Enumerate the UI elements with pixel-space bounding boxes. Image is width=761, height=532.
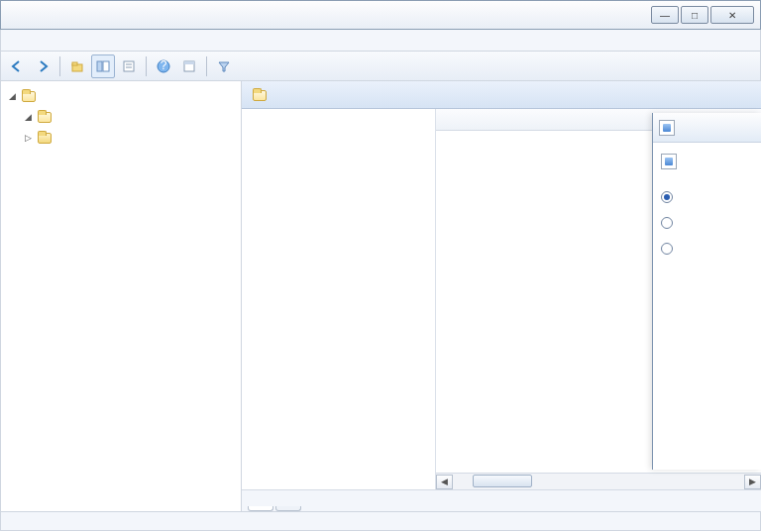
folder-icon (37, 131, 53, 145)
maximize-button[interactable]: □ (681, 6, 708, 24)
help-button[interactable]: ? (152, 54, 175, 78)
collapse-icon[interactable]: ◢ (23, 111, 34, 122)
close-button[interactable]: ✕ (710, 6, 754, 24)
folder-open-icon (252, 88, 268, 102)
titlebar: — □ ✕ (0, 0, 761, 30)
forward-button[interactable] (31, 54, 54, 78)
svg-text:?: ? (161, 59, 167, 72)
toolbar: ? (0, 52, 761, 81)
minimize-button[interactable]: — (651, 6, 679, 24)
tree-root[interactable]: ◢ (7, 85, 241, 106)
show-hide-tree-button[interactable] (91, 54, 115, 78)
svg-rect-10 (184, 61, 194, 64)
tab-extended[interactable] (248, 506, 273, 511)
status-bar (0, 511, 761, 531)
dialog-titlebar[interactable] (653, 113, 761, 143)
collapse-icon[interactable]: ◢ (7, 90, 18, 101)
folder-open-icon (21, 89, 37, 103)
svg-rect-1 (72, 62, 77, 65)
svg-rect-2 (97, 61, 102, 71)
tree-desktop[interactable]: ▷ (23, 127, 241, 148)
menu-bar (0, 30, 761, 52)
tabs (242, 489, 761, 511)
tab-standard[interactable] (275, 506, 301, 511)
back-button[interactable] (5, 54, 29, 78)
scroll-track[interactable] (453, 475, 744, 489)
tree-system[interactable]: ◢ (23, 106, 241, 127)
window-buttons: — □ ✕ (651, 6, 754, 24)
properties-button[interactable] (117, 54, 141, 78)
content-header (242, 81, 761, 109)
up-button[interactable] (65, 54, 89, 78)
policy-icon (661, 154, 677, 169)
svg-rect-4 (124, 61, 134, 71)
scroll-thumb[interactable] (473, 475, 532, 487)
export-button[interactable] (177, 54, 201, 78)
app-icon (659, 120, 675, 136)
dialog-subtitle-row (661, 151, 753, 172)
radio-enabled[interactable] (661, 217, 673, 229)
tree-pane[interactable]: ◢ ◢ ▷ (1, 81, 242, 511)
filter-button[interactable] (212, 54, 236, 78)
description-pane (242, 109, 436, 489)
expand-icon[interactable]: ▷ (23, 132, 34, 143)
scroll-left-icon[interactable]: ◀ (436, 475, 453, 489)
policy-dialog (652, 113, 761, 470)
radio-not-configured[interactable] (661, 191, 673, 203)
main: ◢ ◢ ▷ (0, 81, 761, 511)
folder-open-icon (37, 110, 53, 124)
svg-rect-3 (103, 61, 109, 71)
scroll-right-icon[interactable]: ▶ (744, 475, 761, 489)
radio-disabled[interactable] (661, 243, 673, 255)
horizontal-scrollbar[interactable]: ◀ ▶ (436, 473, 761, 489)
